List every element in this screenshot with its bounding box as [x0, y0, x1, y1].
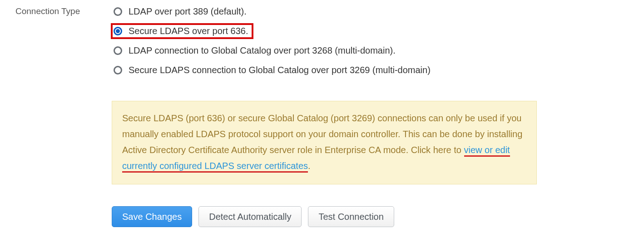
radio-label: LDAP over port 389 (default). — [129, 5, 247, 18]
field-label-connection-type: Connection Type — [15, 5, 112, 17]
field-body: LDAP over port 389 (default). Secure LDA… — [112, 5, 635, 227]
radio-icon — [114, 66, 122, 74]
radio-option-ldaps-636[interactable]: Secure LDAPS over port 636. — [112, 24, 253, 38]
radio-option-ldaps-gc-3269[interactable]: Secure LDAPS connection to Global Catalo… — [112, 63, 635, 77]
radio-icon — [114, 7, 122, 16]
radio-icon — [114, 27, 122, 35]
info-text: Secure LDAPS (port 636) or secure Global… — [122, 113, 522, 155]
detect-automatically-button[interactable]: Detect Automatically — [198, 206, 302, 227]
info-text-after: . — [308, 161, 311, 171]
radio-label: LDAP connection to Global Catalog over p… — [129, 45, 396, 57]
info-box-ldaps: Secure LDAPS (port 636) or secure Global… — [112, 101, 537, 184]
radio-label: Secure LDAPS over port 636. — [129, 25, 248, 37]
connection-type-radio-group: LDAP over port 389 (default). Secure LDA… — [112, 5, 635, 77]
test-connection-button[interactable]: Test Connection — [308, 206, 394, 227]
radio-icon — [114, 46, 122, 55]
button-row: Save Changes Detect Automatically Test C… — [112, 206, 635, 227]
radio-option-ldap-389[interactable]: LDAP over port 389 (default). — [112, 5, 635, 19]
radio-label: Secure LDAPS connection to Global Catalo… — [129, 64, 431, 76]
save-changes-button[interactable]: Save Changes — [112, 206, 192, 227]
radio-option-ldap-gc-3268[interactable]: LDAP connection to Global Catalog over p… — [112, 44, 635, 58]
